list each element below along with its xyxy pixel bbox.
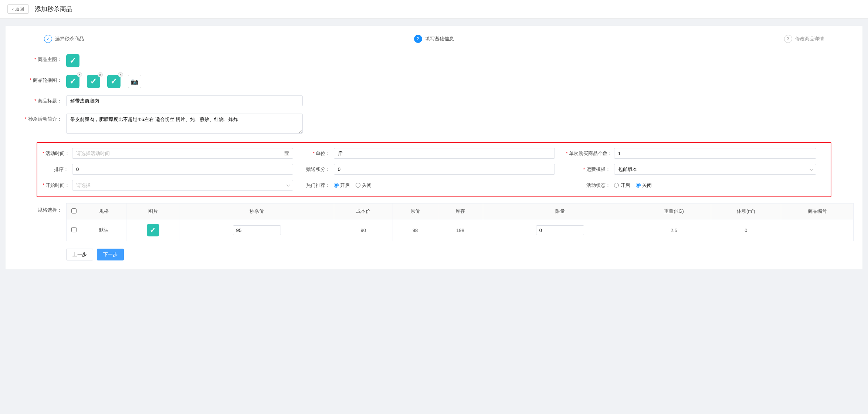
cell-sku (781, 219, 854, 241)
spec-image-thumb[interactable] (147, 224, 159, 236)
label-buy-limit: 单次购买商品个数： (569, 151, 612, 156)
th-spec: 规格 (81, 203, 126, 219)
step-line-1 (88, 39, 410, 39)
step-1: ✓ 选择秒杀商品 (44, 35, 84, 43)
cell-spec: 默认 (81, 219, 126, 241)
hot-radio-group: 开启 关闭 (334, 182, 372, 189)
buy-limit-input[interactable] (614, 148, 817, 159)
checkmark-icon (111, 77, 117, 86)
label-hot: 热门推荐： (306, 182, 330, 188)
hot-radio-on[interactable]: 开启 (334, 182, 350, 189)
label-sort: 排序： (54, 166, 68, 172)
prev-button[interactable]: 上一步 (66, 249, 93, 260)
status-radio-off[interactable]: 关闭 (636, 182, 652, 189)
check-icon: ✓ (44, 35, 52, 43)
back-label: 返回 (15, 6, 24, 12)
start-time-select[interactable] (72, 180, 293, 191)
label-start-time: 开始时间： (45, 182, 69, 188)
cell-volume: 0 (711, 219, 781, 241)
th-limit: 限量 (483, 203, 637, 219)
th-cost-price: 成本价 (334, 203, 393, 219)
step-3: 3 修改商品详情 (784, 35, 824, 43)
step-line-2 (458, 39, 780, 39)
event-time-picker[interactable] (72, 148, 293, 159)
label-carousel: *商品轮播图： (14, 75, 66, 84)
th-flash-price: 秒杀价 (180, 203, 334, 219)
label-status: 活动状态： (586, 182, 610, 188)
table-row: 默认 90 98 198 2.5 0 (67, 219, 854, 241)
camera-icon: 📷 (131, 78, 138, 85)
points-input[interactable] (334, 164, 555, 175)
ship-tpl-select[interactable] (614, 164, 817, 175)
next-button[interactable]: 下一步 (97, 249, 124, 260)
hot-radio-off[interactable]: 关闭 (356, 182, 372, 189)
step-2-label: 填写基础信息 (425, 36, 454, 42)
row-intro: *秒杀活动简介： (14, 114, 854, 135)
chevron-left-icon: ‹ (12, 7, 14, 12)
sort-input[interactable] (72, 164, 293, 175)
close-icon[interactable]: × (98, 72, 103, 77)
row-main-image: *商品主图： (14, 54, 854, 67)
carousel-thumb-3[interactable]: × (107, 75, 121, 88)
page-title: 添加秒杀商品 (35, 5, 72, 13)
step-3-number: 3 (784, 35, 792, 43)
th-weight: 重量(KG) (637, 203, 711, 219)
row-carousel: *商品轮播图： × × × 📷 (14, 75, 854, 88)
th-orig-price: 原价 (393, 203, 438, 219)
close-icon[interactable]: × (118, 72, 123, 77)
main-image-thumb[interactable] (66, 54, 79, 67)
back-button[interactable]: ‹ 返回 (7, 4, 29, 14)
main-card: ✓ 选择秒杀商品 2 填写基础信息 3 修改商品详情 *商品主图： *商品轮播图… (6, 26, 862, 269)
step-2: 2 填写基础信息 (414, 35, 454, 43)
label-points: 赠送积分： (306, 166, 330, 172)
step-1-label: 选择秒杀商品 (55, 36, 84, 42)
cell-orig-price: 98 (393, 219, 438, 241)
page-header: ‹ 返回 添加秒杀商品 (0, 0, 868, 18)
label-intro: *秒杀活动简介： (14, 114, 66, 122)
cell-weight: 2.5 (637, 219, 711, 241)
cell-cost-price: 90 (334, 219, 393, 241)
unit-input[interactable] (334, 148, 555, 159)
label-unit: 单位： (316, 151, 330, 156)
highlight-section: *活动时间： *单位： *单次购买商品个数： 排序： 赠送积分： (37, 142, 831, 197)
step-3-label: 修改商品详情 (795, 36, 824, 42)
add-image-button[interactable]: 📷 (128, 75, 141, 88)
step-2-number: 2 (414, 35, 422, 43)
row-checkbox[interactable] (71, 227, 77, 232)
status-radio-on[interactable]: 开启 (614, 182, 630, 189)
checkmark-icon (69, 56, 76, 65)
label-spec-choose: 规格选择： (14, 203, 66, 213)
close-icon[interactable]: × (77, 72, 82, 77)
carousel-thumb-1[interactable]: × (66, 75, 79, 88)
label-event-time: 活动时间： (45, 151, 69, 156)
select-all-checkbox[interactable] (71, 208, 77, 213)
checkmark-icon (69, 77, 76, 86)
limit-input[interactable] (536, 225, 584, 235)
checkmark-icon (150, 226, 156, 235)
cell-stock: 198 (438, 219, 483, 241)
footer-buttons: 上一步 下一步 (66, 249, 854, 260)
label-main-image: *商品主图： (14, 54, 66, 63)
checkmark-icon (90, 77, 97, 86)
steps-bar: ✓ 选择秒杀商品 2 填写基础信息 3 修改商品详情 (44, 35, 824, 43)
label-title: *商品标题： (14, 95, 66, 104)
th-sku: 商品编号 (781, 203, 854, 219)
status-radio-group: 开启 关闭 (614, 182, 652, 189)
flash-price-input[interactable] (233, 225, 281, 235)
th-stock: 库存 (438, 203, 483, 219)
row-title: *商品标题： (14, 95, 854, 106)
carousel-thumb-2[interactable]: × (87, 75, 100, 88)
intro-textarea[interactable] (66, 114, 303, 134)
product-title-input[interactable] (66, 95, 303, 106)
spec-table: 规格 图片 秒杀价 成本价 原价 库存 限量 重量(KG) 体积(m³) 商品编… (66, 203, 854, 241)
th-image: 图片 (126, 203, 180, 219)
label-ship-tpl: 运费模板： (586, 166, 610, 172)
th-volume: 体积(m³) (711, 203, 781, 219)
table-header-row: 规格 图片 秒杀价 成本价 原价 库存 限量 重量(KG) 体积(m³) 商品编… (67, 203, 854, 219)
